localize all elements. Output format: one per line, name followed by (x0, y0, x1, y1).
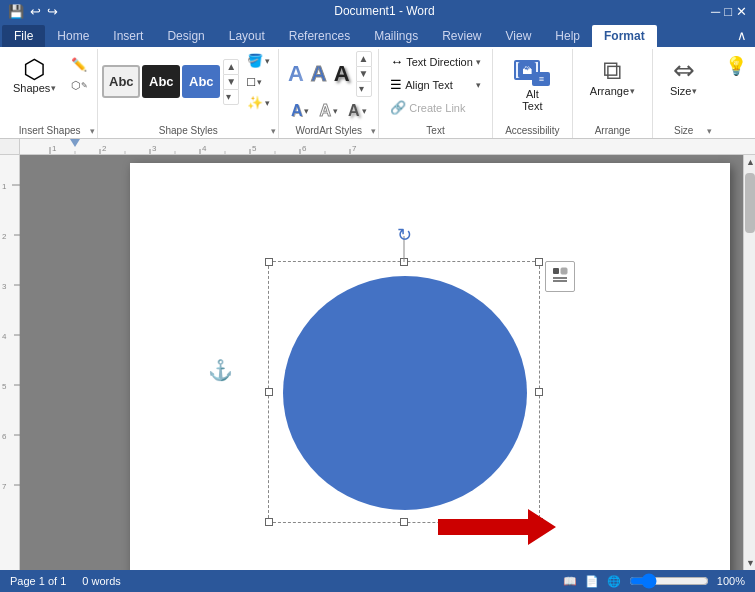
wordart-a-shadow[interactable]: A (332, 61, 352, 87)
shapes-icon: ⬡ (23, 56, 46, 82)
expand-shape-styles[interactable]: ▾ (271, 126, 276, 136)
shapes-button[interactable]: ⬡ Shapes ▾ (6, 51, 63, 99)
help-icon[interactable]: 💡 (725, 55, 747, 77)
handle-bot-left[interactable] (265, 518, 273, 526)
size-dropdown-arrow: ▾ (692, 86, 697, 96)
wordart-scroll-down[interactable]: ▼ (356, 67, 372, 81)
arrange-btn[interactable]: ⧉ Arrange ▾ (581, 51, 644, 102)
shape-styles-scroll-down[interactable]: ▼ (223, 75, 239, 89)
svg-rect-35 (561, 268, 567, 274)
svg-text:6: 6 (2, 432, 7, 441)
text-fill-icon: A (291, 102, 303, 120)
handle-top-right[interactable] (535, 258, 543, 266)
rotate-handle[interactable]: ↻ (397, 224, 412, 246)
close-btn[interactable]: ✕ (736, 4, 747, 19)
size-btn[interactable]: ⇔ Size ▾ (661, 51, 706, 102)
group-arrange: ⧉ Arrange ▾ Arrange (573, 49, 653, 138)
tab-file[interactable]: File (2, 25, 45, 47)
word-count: 0 words (82, 575, 121, 587)
tab-home[interactable]: Home (45, 25, 101, 47)
handle-mid-left[interactable] (265, 388, 273, 396)
zoom-level: 100% (717, 575, 745, 587)
shape-styles-more[interactable]: ▾ (223, 89, 239, 105)
group-insert-shapes-label: Insert Shapes (3, 125, 96, 136)
alt-text-icon: 🏔 ≡ (514, 56, 550, 86)
handle-bot-mid[interactable] (400, 518, 408, 526)
qat-undo[interactable]: ↩ (30, 4, 41, 19)
svg-text:1: 1 (2, 182, 7, 191)
shape-style-3[interactable]: Abc (182, 65, 220, 98)
tab-design[interactable]: Design (155, 25, 216, 47)
create-link-label: Create Link (409, 102, 465, 114)
shape-style-2[interactable]: Abc (142, 65, 180, 98)
scrollbar-vertical[interactable]: ▲ ▼ (743, 155, 755, 570)
expand-size[interactable]: ▾ (707, 126, 712, 136)
svg-text:2: 2 (102, 144, 107, 153)
handle-top-left[interactable] (265, 258, 273, 266)
selection-box[interactable]: ↻ (268, 261, 540, 523)
tab-help[interactable]: Help (543, 25, 592, 47)
restore-btn[interactable]: □ (724, 4, 732, 19)
shape-fill-btn[interactable]: 🪣 ▾ (243, 51, 274, 70)
zoom-slider[interactable] (629, 573, 709, 589)
align-text-arrow: ▾ (476, 80, 481, 90)
tab-view[interactable]: View (494, 25, 544, 47)
qat-save[interactable]: 💾 (8, 4, 24, 19)
create-link-btn[interactable]: 🔗 Create Link (385, 97, 486, 118)
text-outline-btn[interactable]: A ▾ (315, 100, 342, 122)
shape-effects-icon: ✨ (247, 95, 263, 110)
shape-outline-btn[interactable]: □ ▾ (243, 72, 274, 91)
handle-mid-right[interactable] (535, 388, 543, 396)
create-link-icon: 🔗 (390, 100, 406, 115)
shape-style-1[interactable]: Abc (102, 65, 140, 98)
tab-mailings[interactable]: Mailings (362, 25, 430, 47)
scroll-up-btn[interactable]: ▲ (744, 155, 755, 169)
svg-text:2: 2 (2, 232, 7, 241)
shape-outline-dropdown: ▾ (257, 77, 262, 87)
edit-shape-btn[interactable]: ✏️ (65, 55, 93, 75)
svg-text:6: 6 (302, 144, 307, 153)
scroll-down-btn[interactable]: ▼ (744, 556, 755, 570)
text-direction-btn[interactable]: ↔ Text Direction ▾ (385, 51, 486, 72)
view-read[interactable]: 📖 (563, 575, 577, 588)
view-print[interactable]: 📄 (585, 575, 599, 588)
ribbon-tabs: File Home Insert Design Layout Reference… (0, 22, 755, 47)
qat-redo[interactable]: ↪ (47, 4, 58, 19)
svg-text:5: 5 (252, 144, 257, 153)
wordart-a-gradient[interactable]: A (286, 61, 306, 87)
tab-review[interactable]: Review (430, 25, 493, 47)
alt-text-btn[interactable]: 🏔 ≡ AltText (505, 51, 559, 117)
arrange-icon: ⧉ (603, 56, 622, 85)
scroll-thumb[interactable] (745, 173, 755, 233)
wordart-scroll-up[interactable]: ▲ (356, 51, 372, 67)
tab-references[interactable]: References (277, 25, 362, 47)
text-direction-arrow: ▾ (476, 57, 481, 67)
ribbon-collapse-btn[interactable]: ∧ (729, 24, 755, 47)
group-size-label: Size (653, 125, 714, 136)
canvas-area[interactable]: ⚓ ↻ (20, 155, 743, 570)
view-web[interactable]: 🌐 (607, 575, 621, 588)
expand-insert-shapes[interactable]: ▾ (90, 126, 95, 136)
minimize-btn[interactable]: ─ (711, 4, 720, 19)
svg-marker-38 (438, 509, 556, 545)
circle-shape[interactable] (283, 276, 527, 510)
shapes-label: Shapes (13, 82, 50, 94)
wordart-more[interactable]: ▾ (356, 81, 372, 97)
shape-effects-btn[interactable]: ✨ ▾ (243, 93, 274, 112)
shape-effects-dropdown: ▾ (265, 98, 270, 108)
shapes-dropdown-arrow: ▾ (51, 83, 56, 93)
shape-outline-icon: □ (247, 74, 255, 89)
change-shape-btn[interactable]: ⬡✎ (65, 76, 93, 96)
svg-text:1: 1 (52, 144, 57, 153)
tab-insert[interactable]: Insert (101, 25, 155, 47)
expand-wordart[interactable]: ▾ (371, 126, 376, 136)
text-fill-btn[interactable]: A ▾ (287, 100, 314, 122)
text-effects-btn[interactable]: A ▾ (344, 100, 371, 122)
align-text-btn[interactable]: ☰ Align Text ▾ (385, 74, 486, 95)
shape-styles-scroll-up[interactable]: ▲ (223, 59, 239, 75)
layout-options-btn[interactable] (545, 261, 575, 292)
wordart-a-outline[interactable]: A (309, 61, 329, 87)
tab-layout[interactable]: Layout (217, 25, 277, 47)
anchor-icon: ⚓ (208, 358, 233, 382)
tab-format[interactable]: Format (592, 25, 657, 47)
